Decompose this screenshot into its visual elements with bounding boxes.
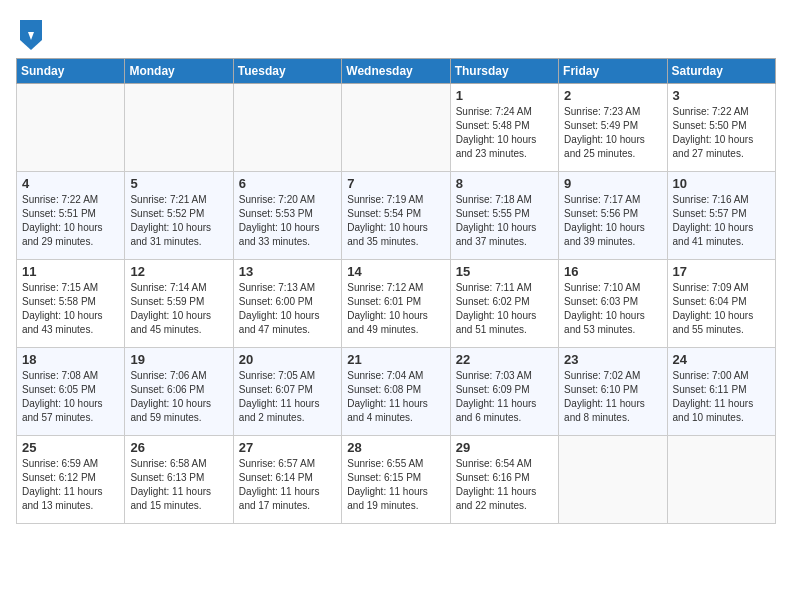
calendar-cell: 12Sunrise: 7:14 AM Sunset: 5:59 PM Dayli… bbox=[125, 260, 233, 348]
calendar-cell bbox=[342, 84, 450, 172]
calendar-cell: 9Sunrise: 7:17 AM Sunset: 5:56 PM Daylig… bbox=[559, 172, 667, 260]
calendar-cell bbox=[667, 436, 775, 524]
day-info: Sunrise: 6:57 AM Sunset: 6:14 PM Dayligh… bbox=[239, 457, 336, 513]
calendar-cell: 17Sunrise: 7:09 AM Sunset: 6:04 PM Dayli… bbox=[667, 260, 775, 348]
calendar-cell bbox=[17, 84, 125, 172]
calendar-cell: 13Sunrise: 7:13 AM Sunset: 6:00 PM Dayli… bbox=[233, 260, 341, 348]
day-info: Sunrise: 6:55 AM Sunset: 6:15 PM Dayligh… bbox=[347, 457, 444, 513]
day-number: 24 bbox=[673, 352, 770, 367]
calendar-cell bbox=[125, 84, 233, 172]
day-info: Sunrise: 7:06 AM Sunset: 6:06 PM Dayligh… bbox=[130, 369, 227, 425]
calendar-cell: 29Sunrise: 6:54 AM Sunset: 6:16 PM Dayli… bbox=[450, 436, 558, 524]
calendar-cell: 10Sunrise: 7:16 AM Sunset: 5:57 PM Dayli… bbox=[667, 172, 775, 260]
day-info: Sunrise: 7:22 AM Sunset: 5:50 PM Dayligh… bbox=[673, 105, 770, 161]
day-number: 7 bbox=[347, 176, 444, 191]
day-number: 29 bbox=[456, 440, 553, 455]
calendar-cell: 14Sunrise: 7:12 AM Sunset: 6:01 PM Dayli… bbox=[342, 260, 450, 348]
day-number: 14 bbox=[347, 264, 444, 279]
calendar-cell: 1Sunrise: 7:24 AM Sunset: 5:48 PM Daylig… bbox=[450, 84, 558, 172]
day-info: Sunrise: 7:21 AM Sunset: 5:52 PM Dayligh… bbox=[130, 193, 227, 249]
day-info: Sunrise: 7:18 AM Sunset: 5:55 PM Dayligh… bbox=[456, 193, 553, 249]
column-header-thursday: Thursday bbox=[450, 59, 558, 84]
day-number: 10 bbox=[673, 176, 770, 191]
calendar-cell: 5Sunrise: 7:21 AM Sunset: 5:52 PM Daylig… bbox=[125, 172, 233, 260]
day-number: 5 bbox=[130, 176, 227, 191]
day-number: 19 bbox=[130, 352, 227, 367]
day-info: Sunrise: 6:54 AM Sunset: 6:16 PM Dayligh… bbox=[456, 457, 553, 513]
logo bbox=[16, 20, 42, 50]
calendar-cell: 22Sunrise: 7:03 AM Sunset: 6:09 PM Dayli… bbox=[450, 348, 558, 436]
day-number: 8 bbox=[456, 176, 553, 191]
day-info: Sunrise: 7:03 AM Sunset: 6:09 PM Dayligh… bbox=[456, 369, 553, 425]
week-row-4: 18Sunrise: 7:08 AM Sunset: 6:05 PM Dayli… bbox=[17, 348, 776, 436]
week-row-5: 25Sunrise: 6:59 AM Sunset: 6:12 PM Dayli… bbox=[17, 436, 776, 524]
column-header-saturday: Saturday bbox=[667, 59, 775, 84]
calendar-cell: 16Sunrise: 7:10 AM Sunset: 6:03 PM Dayli… bbox=[559, 260, 667, 348]
calendar-cell: 27Sunrise: 6:57 AM Sunset: 6:14 PM Dayli… bbox=[233, 436, 341, 524]
day-info: Sunrise: 7:10 AM Sunset: 6:03 PM Dayligh… bbox=[564, 281, 661, 337]
column-header-friday: Friday bbox=[559, 59, 667, 84]
day-number: 23 bbox=[564, 352, 661, 367]
day-info: Sunrise: 7:13 AM Sunset: 6:00 PM Dayligh… bbox=[239, 281, 336, 337]
calendar-cell: 24Sunrise: 7:00 AM Sunset: 6:11 PM Dayli… bbox=[667, 348, 775, 436]
calendar-cell: 18Sunrise: 7:08 AM Sunset: 6:05 PM Dayli… bbox=[17, 348, 125, 436]
day-number: 12 bbox=[130, 264, 227, 279]
day-number: 22 bbox=[456, 352, 553, 367]
day-number: 26 bbox=[130, 440, 227, 455]
day-number: 3 bbox=[673, 88, 770, 103]
week-row-2: 4Sunrise: 7:22 AM Sunset: 5:51 PM Daylig… bbox=[17, 172, 776, 260]
day-info: Sunrise: 6:58 AM Sunset: 6:13 PM Dayligh… bbox=[130, 457, 227, 513]
day-number: 18 bbox=[22, 352, 119, 367]
day-number: 28 bbox=[347, 440, 444, 455]
calendar-cell: 21Sunrise: 7:04 AM Sunset: 6:08 PM Dayli… bbox=[342, 348, 450, 436]
day-info: Sunrise: 7:19 AM Sunset: 5:54 PM Dayligh… bbox=[347, 193, 444, 249]
calendar-cell: 11Sunrise: 7:15 AM Sunset: 5:58 PM Dayli… bbox=[17, 260, 125, 348]
calendar-cell: 26Sunrise: 6:58 AM Sunset: 6:13 PM Dayli… bbox=[125, 436, 233, 524]
column-header-tuesday: Tuesday bbox=[233, 59, 341, 84]
day-info: Sunrise: 7:24 AM Sunset: 5:48 PM Dayligh… bbox=[456, 105, 553, 161]
calendar-cell: 4Sunrise: 7:22 AM Sunset: 5:51 PM Daylig… bbox=[17, 172, 125, 260]
day-info: Sunrise: 7:08 AM Sunset: 6:05 PM Dayligh… bbox=[22, 369, 119, 425]
day-info: Sunrise: 6:59 AM Sunset: 6:12 PM Dayligh… bbox=[22, 457, 119, 513]
calendar-cell: 25Sunrise: 6:59 AM Sunset: 6:12 PM Dayli… bbox=[17, 436, 125, 524]
column-header-monday: Monday bbox=[125, 59, 233, 84]
day-info: Sunrise: 7:14 AM Sunset: 5:59 PM Dayligh… bbox=[130, 281, 227, 337]
calendar-cell bbox=[559, 436, 667, 524]
calendar-cell: 8Sunrise: 7:18 AM Sunset: 5:55 PM Daylig… bbox=[450, 172, 558, 260]
day-number: 15 bbox=[456, 264, 553, 279]
day-number: 20 bbox=[239, 352, 336, 367]
day-info: Sunrise: 7:02 AM Sunset: 6:10 PM Dayligh… bbox=[564, 369, 661, 425]
calendar-cell: 6Sunrise: 7:20 AM Sunset: 5:53 PM Daylig… bbox=[233, 172, 341, 260]
day-number: 25 bbox=[22, 440, 119, 455]
day-info: Sunrise: 7:16 AM Sunset: 5:57 PM Dayligh… bbox=[673, 193, 770, 249]
day-info: Sunrise: 7:22 AM Sunset: 5:51 PM Dayligh… bbox=[22, 193, 119, 249]
calendar-cell: 7Sunrise: 7:19 AM Sunset: 5:54 PM Daylig… bbox=[342, 172, 450, 260]
day-info: Sunrise: 7:23 AM Sunset: 5:49 PM Dayligh… bbox=[564, 105, 661, 161]
day-info: Sunrise: 7:20 AM Sunset: 5:53 PM Dayligh… bbox=[239, 193, 336, 249]
day-number: 27 bbox=[239, 440, 336, 455]
calendar-cell: 15Sunrise: 7:11 AM Sunset: 6:02 PM Dayli… bbox=[450, 260, 558, 348]
day-info: Sunrise: 7:09 AM Sunset: 6:04 PM Dayligh… bbox=[673, 281, 770, 337]
day-info: Sunrise: 7:12 AM Sunset: 6:01 PM Dayligh… bbox=[347, 281, 444, 337]
column-header-sunday: Sunday bbox=[17, 59, 125, 84]
day-number: 13 bbox=[239, 264, 336, 279]
page-header bbox=[16, 16, 776, 50]
day-number: 6 bbox=[239, 176, 336, 191]
day-info: Sunrise: 7:05 AM Sunset: 6:07 PM Dayligh… bbox=[239, 369, 336, 425]
column-header-wednesday: Wednesday bbox=[342, 59, 450, 84]
calendar-cell bbox=[233, 84, 341, 172]
day-number: 16 bbox=[564, 264, 661, 279]
day-number: 17 bbox=[673, 264, 770, 279]
calendar-cell: 19Sunrise: 7:06 AM Sunset: 6:06 PM Dayli… bbox=[125, 348, 233, 436]
calendar-cell: 23Sunrise: 7:02 AM Sunset: 6:10 PM Dayli… bbox=[559, 348, 667, 436]
calendar-cell: 28Sunrise: 6:55 AM Sunset: 6:15 PM Dayli… bbox=[342, 436, 450, 524]
day-number: 21 bbox=[347, 352, 444, 367]
calendar-cell: 20Sunrise: 7:05 AM Sunset: 6:07 PM Dayli… bbox=[233, 348, 341, 436]
day-info: Sunrise: 7:15 AM Sunset: 5:58 PM Dayligh… bbox=[22, 281, 119, 337]
week-row-1: 1Sunrise: 7:24 AM Sunset: 5:48 PM Daylig… bbox=[17, 84, 776, 172]
day-info: Sunrise: 7:04 AM Sunset: 6:08 PM Dayligh… bbox=[347, 369, 444, 425]
calendar-cell: 3Sunrise: 7:22 AM Sunset: 5:50 PM Daylig… bbox=[667, 84, 775, 172]
day-number: 11 bbox=[22, 264, 119, 279]
logo-icon bbox=[20, 20, 42, 50]
day-info: Sunrise: 7:00 AM Sunset: 6:11 PM Dayligh… bbox=[673, 369, 770, 425]
